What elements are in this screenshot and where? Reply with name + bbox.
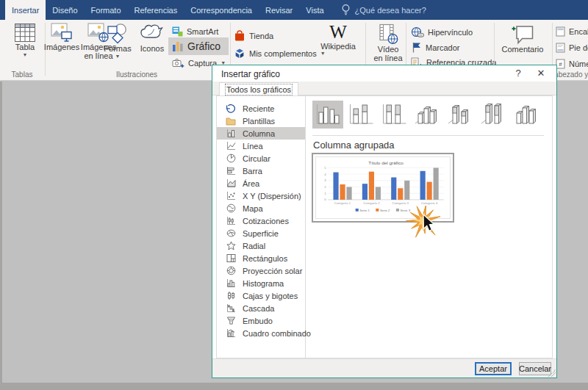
- category-item-label: Cotizaciones: [243, 217, 289, 225]
- table-button-label: Tabla: [15, 43, 35, 51]
- category-item-label: Plantillas: [243, 117, 275, 126]
- chart-category-list: RecientePlantillasColumnaLíneaCircularBa…: [217, 96, 306, 358]
- tell-me-label: ¿Qué desea hacer?: [355, 6, 426, 15]
- scatter-icon: [226, 191, 236, 201]
- tab-revisar[interactable]: Revisar: [259, 0, 299, 20]
- hyperlink-button-label: Hipervínculo: [428, 28, 473, 37]
- store-icon: [234, 29, 245, 42]
- category-item-superficie[interactable]: Superficie: [217, 227, 305, 239]
- tab-referencias[interactable]: Referencias: [128, 0, 184, 20]
- resize-grip-icon[interactable]: [548, 369, 556, 377]
- category-item-li-nea[interactable]: Línea: [217, 140, 305, 152]
- category-item-label: Línea: [243, 142, 263, 151]
- wikipedia-button[interactable]: W Wikipedia: [318, 23, 359, 51]
- dialog-close-button[interactable]: ✕: [535, 68, 547, 79]
- category-item-cajas-y-bigotes[interactable]: Cajas y bigotes: [217, 289, 305, 302]
- header-icon: [556, 26, 565, 37]
- my-addins-button-label: Mis complementos: [249, 49, 317, 58]
- tab-diseno[interactable]: Diseño: [46, 0, 84, 20]
- store-button[interactable]: Tienda: [234, 29, 273, 42]
- category-item-proyeccio-n-solar[interactable]: Proyección solar: [217, 264, 305, 277]
- category-item-radial[interactable]: Radial: [217, 239, 305, 252]
- images-button[interactable]: Imágenes: [44, 23, 79, 51]
- category-item-columna[interactable]: Columna: [217, 127, 305, 140]
- shapes-button-label: Formas: [104, 45, 131, 53]
- table-button[interactable]: Tabla ▼: [6, 23, 44, 57]
- page-number-button[interactable]: # Número de página: [556, 59, 588, 69]
- category-item-a-rea[interactable]: Área: [217, 177, 305, 189]
- images-icon: [51, 23, 73, 43]
- chevron-down-icon: ▼: [320, 51, 326, 56]
- stacked-column-3d-icon[interactable]: [445, 101, 476, 129]
- category-item-embudo[interactable]: Embudo: [217, 314, 305, 327]
- category-item-cascada[interactable]: Cascada: [217, 302, 305, 314]
- clustered-column-3d-icon[interactable]: [412, 101, 442, 129]
- clustered-column-icon[interactable]: [312, 101, 343, 129]
- bookmark-button-label: Marcador: [426, 43, 459, 52]
- svg-text:4: 4: [324, 173, 326, 176]
- smartart-button-label: SmartArt: [187, 27, 218, 36]
- icons-button[interactable]: Iconos: [138, 23, 166, 53]
- category-item-mapa[interactable]: Mapa: [217, 202, 305, 214]
- sunburst-icon: [226, 266, 236, 275]
- dialog-help-button[interactable]: ?: [512, 68, 524, 79]
- category-item-circular[interactable]: Circular: [217, 152, 305, 165]
- stacked-column-icon[interactable]: [345, 101, 376, 129]
- tab-formato[interactable]: Formato: [85, 0, 128, 20]
- table-icon: [14, 23, 36, 43]
- header-button[interactable]: Encabezado: [556, 26, 588, 37]
- bookmark-button[interactable]: Marcador: [412, 42, 459, 53]
- shapes-button[interactable]: Formas ▼: [103, 23, 132, 59]
- svg-text:Categoría 2: Categoría 2: [363, 201, 380, 205]
- stacked100-column-3d-icon[interactable]: [478, 101, 509, 129]
- category-item-label: Mapa: [243, 204, 263, 213]
- category-item-label: Columna: [243, 129, 275, 138]
- tab-vista[interactable]: Vista: [299, 0, 330, 20]
- category-item-barra[interactable]: Barra: [217, 165, 305, 177]
- treemap-icon: [226, 253, 236, 263]
- radar-icon: [226, 241, 236, 250]
- category-item-x-y-dispersio-n-[interactable]: X Y (Dispersión): [217, 189, 305, 202]
- pie-icon: [226, 154, 236, 163]
- header-button-label: Encabezado: [569, 27, 588, 36]
- smartart-button[interactable]: SmartArt: [172, 26, 218, 37]
- svg-text:0: 0: [324, 198, 326, 202]
- svg-text:1: 1: [324, 192, 326, 195]
- category-item-cuadro-combinado[interactable]: Cuadro combinado: [217, 327, 305, 339]
- comment-button[interactable]: Comentario: [498, 24, 548, 54]
- wikipedia-icon: W: [329, 23, 347, 42]
- wikipedia-button-label: Wikipedia: [320, 43, 356, 51]
- category-item-cotizaciones[interactable]: Cotizaciones: [217, 214, 305, 227]
- stacked100-column-icon[interactable]: [379, 101, 409, 129]
- category-item-reciente[interactable]: Reciente: [217, 102, 305, 115]
- category-item-label: Cascada: [243, 304, 274, 313]
- category-item-recta-ngulos[interactable]: Rectángulos: [217, 252, 305, 264]
- category-item-plantillas[interactable]: Plantillas: [217, 115, 305, 127]
- hyperlink-button[interactable]: Hipervínculo: [411, 26, 473, 38]
- column-icon: [226, 129, 236, 138]
- lightbulb-icon: [341, 4, 351, 16]
- tab-all-charts[interactable]: Todos los gráficos: [219, 82, 298, 96]
- map-icon: [226, 203, 236, 213]
- my-addins-button[interactable]: Mis complementos ▼: [234, 48, 326, 59]
- area-icon: [226, 178, 236, 188]
- column-3d-icon[interactable]: [511, 101, 542, 129]
- click-starburst-cursor: [403, 206, 450, 242]
- combo-icon: [226, 328, 236, 338]
- online-video-button[interactable]: Vídeo en línea: [371, 24, 405, 62]
- tell-me-box[interactable]: ¿Qué desea hacer?: [341, 0, 426, 20]
- footer-button[interactable]: Pie de página: [556, 43, 588, 53]
- icons-button-label: Iconos: [140, 45, 164, 53]
- svg-text:Categoría 1: Categoría 1: [334, 201, 351, 205]
- tab-correspondencia[interactable]: Correspondencia: [184, 0, 259, 20]
- footer-button-label: Pie de página: [569, 43, 588, 52]
- chart-button[interactable]: Gráfico: [168, 37, 229, 55]
- tab-insertar[interactable]: Insertar: [5, 0, 46, 20]
- category-item-histograma[interactable]: Histograma: [217, 277, 305, 289]
- cancel-button[interactable]: Cancelar: [519, 362, 551, 375]
- dialog-title: Insertar gráfico: [221, 69, 280, 79]
- video-icon: [377, 24, 399, 45]
- category-item-label: Área: [243, 179, 259, 188]
- recent-icon: [226, 104, 236, 113]
- accept-button[interactable]: Aceptar: [475, 362, 512, 375]
